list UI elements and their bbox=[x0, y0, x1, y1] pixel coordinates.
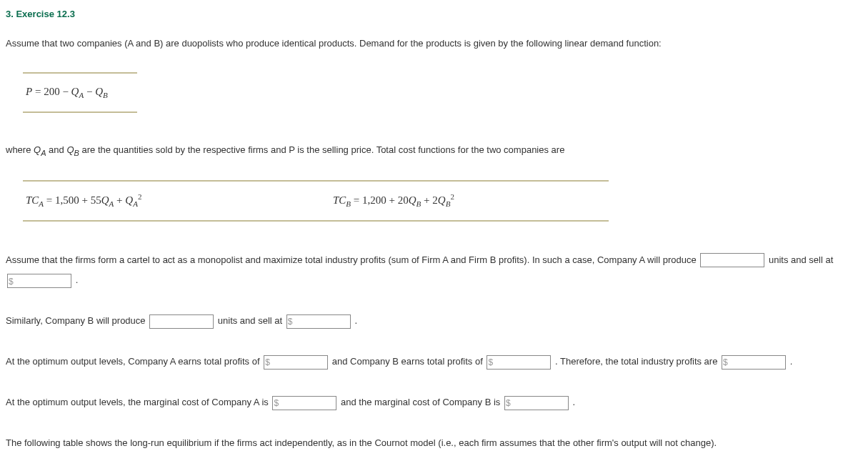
p2-text-b: are the quantities sold by the respectiv… bbox=[79, 144, 565, 155]
q3-text-a: At the optimum output levels, Company A … bbox=[6, 356, 262, 367]
cost-equation-block: TCA = 1,500 + 55QA + QA2 TCB = 1,200 + 2… bbox=[23, 180, 862, 222]
q1-text-a: Assume that the firms form a cartel to a… bbox=[6, 254, 699, 265]
eq-qb: Q bbox=[95, 86, 103, 97]
company-b-mc-input[interactable] bbox=[504, 396, 569, 410]
p2-sb: B bbox=[74, 148, 79, 157]
intro-paragraph-1: Assume that two companies (A and B) are … bbox=[6, 35, 862, 51]
tcb-tc: TC bbox=[333, 194, 346, 206]
total-industry-profit-input[interactable] bbox=[722, 355, 786, 370]
eq-p: P bbox=[26, 86, 32, 97]
tca-q1: Q bbox=[101, 194, 109, 206]
question-line-1: Assume that the firms form a cartel to a… bbox=[6, 250, 862, 291]
q1-units: units and sell at bbox=[769, 254, 833, 265]
q4-end: . bbox=[573, 397, 576, 407]
q4-text-b: and the marginal cost of Company B is bbox=[341, 397, 503, 407]
tcb-plus: + 2 bbox=[421, 194, 437, 206]
cournot-paragraph: The following table shows the long-run e… bbox=[6, 433, 862, 454]
company-a-units-input[interactable] bbox=[700, 253, 764, 267]
tca-q2: Q bbox=[125, 194, 133, 206]
tcb-equation: TCB = 1,200 + 20QB + 2QB2 bbox=[330, 180, 609, 222]
company-b-profit-input[interactable] bbox=[487, 355, 551, 370]
tca-equation: TCA = 1,500 + 55QA + QA2 bbox=[23, 180, 330, 222]
tcb-q2: Q bbox=[438, 194, 446, 206]
tca-s2: A bbox=[133, 199, 138, 208]
tcb-eq: = 1,200 + 20 bbox=[351, 194, 409, 206]
eq-sub-b: B bbox=[103, 91, 108, 99]
p2-sa: A bbox=[41, 148, 46, 157]
q2-units: units and sell at bbox=[218, 315, 285, 326]
tca-tc: TC bbox=[26, 194, 39, 206]
p2-qa: Q bbox=[34, 144, 41, 155]
demand-equation-block: P = 200 − QA − QB bbox=[23, 72, 862, 113]
q1-end: . bbox=[76, 274, 79, 285]
tcb-q1: Q bbox=[409, 194, 416, 206]
q3-text-c: . Therefore, the total industry profits … bbox=[555, 356, 720, 367]
q2-end: . bbox=[354, 315, 357, 326]
company-a-profit-input[interactable] bbox=[264, 355, 328, 370]
question-line-4: At the optimum output levels, the margin… bbox=[6, 392, 862, 413]
demand-equation: P = 200 − QA − QB bbox=[23, 72, 137, 113]
q2-text-a: Similarly, Company B will produce bbox=[6, 315, 148, 326]
eq-minus: − bbox=[84, 86, 95, 97]
q3-text-b: and Company B earns total profits of bbox=[332, 356, 486, 367]
company-a-mc-input[interactable] bbox=[272, 396, 336, 410]
p2-qb: Q bbox=[66, 144, 74, 155]
tcb-sup: 2 bbox=[450, 192, 454, 201]
tca-eq: = 1,500 + 55 bbox=[44, 194, 101, 206]
q4-text-a: At the optimum output levels, the margin… bbox=[6, 397, 271, 407]
question-line-3: At the optimum output levels, Company A … bbox=[6, 352, 862, 372]
company-b-units-input[interactable] bbox=[149, 314, 214, 329]
question-line-2: Similarly, Company B will produce units … bbox=[6, 311, 862, 332]
p2-text-a: where bbox=[6, 144, 34, 155]
q3-end: . bbox=[790, 356, 793, 367]
tca-plus: + bbox=[114, 194, 125, 206]
tca-sup: 2 bbox=[138, 192, 142, 201]
company-b-price-input[interactable] bbox=[286, 314, 351, 329]
p2-and: and bbox=[46, 144, 67, 155]
eq-eq200: = 200 − bbox=[32, 86, 71, 97]
intro-paragraph-2: where QA and QB are the quantities sold … bbox=[6, 142, 862, 160]
eq-qa: Q bbox=[71, 86, 79, 97]
company-a-price-input[interactable] bbox=[7, 274, 71, 288]
exercise-heading: 3. Exercise 12.3 bbox=[6, 6, 862, 22]
